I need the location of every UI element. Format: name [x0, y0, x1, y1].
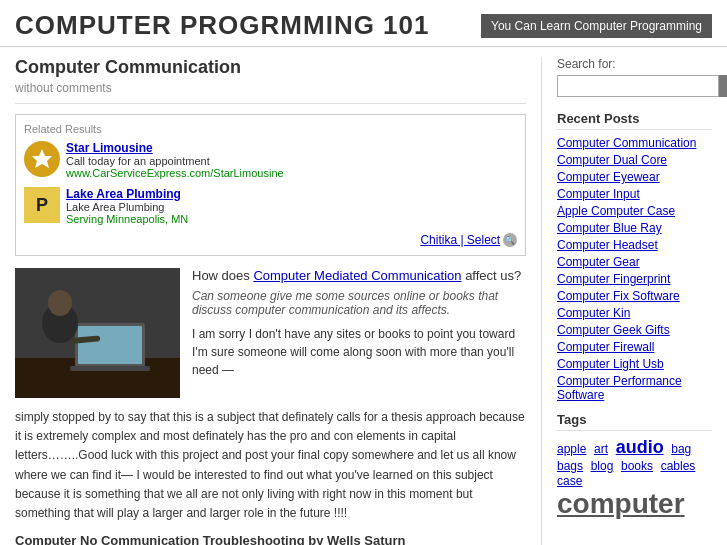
- recent-post-link[interactable]: Computer Performance Software: [557, 374, 712, 402]
- svg-marker-0: [32, 149, 52, 168]
- svg-rect-4: [78, 326, 142, 364]
- recent-post-link[interactable]: Computer Light Usb: [557, 357, 712, 371]
- recent-posts-list: Computer CommunicationComputer Dual Core…: [557, 136, 712, 402]
- recent-post-link[interactable]: Computer Headset: [557, 238, 712, 252]
- tag-link[interactable]: books: [621, 459, 653, 473]
- site-title: COMPUTER PROGRMMING 101: [15, 10, 430, 41]
- page-layout: Computer Communication without comments …: [0, 47, 727, 545]
- article-body-short: I am sorry I don't have any sites or boo…: [192, 325, 526, 379]
- main-content: Computer Communication without comments …: [0, 57, 542, 545]
- ad-item-lake-plumbing: P Lake Area Plumbing Lake Area Plumbing …: [24, 187, 517, 225]
- recent-post-link[interactable]: Computer Eyewear: [557, 170, 712, 184]
- page-header: COMPUTER PROGRMMING 101 You Can Learn Co…: [0, 0, 727, 47]
- ad-desc-star-limo: Call today for an appointment: [66, 155, 517, 167]
- ad-search-icon[interactable]: 🔍: [503, 233, 517, 247]
- article-image: [15, 268, 180, 398]
- ad-box-title: Related Results: [24, 123, 517, 135]
- recent-post-link[interactable]: Computer Kin: [557, 306, 712, 320]
- tag-link[interactable]: bags: [557, 459, 583, 473]
- recent-post-link[interactable]: Computer Blue Ray: [557, 221, 712, 235]
- sidebar-search-label: Search for:: [557, 57, 712, 71]
- tag-link[interactable]: apple: [557, 442, 586, 456]
- article-italic: Can someone give me some sources online …: [192, 289, 526, 317]
- recent-post-link[interactable]: Computer Geek Gifts: [557, 323, 712, 337]
- ad-name-lake-plumbing[interactable]: Lake Area Plumbing: [66, 187, 517, 201]
- recent-post-link[interactable]: Apple Computer Case: [557, 204, 712, 218]
- ad-content-star-limo: Star Limousine Call today for an appoint…: [66, 141, 517, 179]
- search-button[interactable]: Search: [719, 75, 727, 97]
- recent-post-link[interactable]: Computer Dual Core: [557, 153, 712, 167]
- tag-link[interactable]: computer: [557, 488, 685, 519]
- tags-section: Tags apple art audio bag bags blog books…: [557, 412, 712, 520]
- ad-footer: Chitika | Select 🔍: [24, 233, 517, 247]
- search-input[interactable]: [557, 75, 719, 97]
- ad-url-star-limo[interactable]: www.CarServiceExpress.com/StarLimousine: [66, 167, 517, 179]
- article-body-full: simply stopped by to say that this is a …: [15, 408, 526, 523]
- recent-post-link[interactable]: Computer Fingerprint: [557, 272, 712, 286]
- recent-post-link[interactable]: Computer Fix Software: [557, 289, 712, 303]
- tag-link[interactable]: case: [557, 474, 582, 488]
- recent-post-link[interactable]: Computer Gear: [557, 255, 712, 269]
- tags-container: apple art audio bag bags blog books cabl…: [557, 437, 712, 520]
- recent-post-link[interactable]: Computer Input: [557, 187, 712, 201]
- article-area: How does Computer Mediated Communication…: [15, 268, 526, 398]
- sidebar: Search for: Search Recent Posts Computer…: [542, 57, 727, 545]
- svg-point-7: [48, 290, 72, 316]
- tag-link[interactable]: bag: [671, 442, 691, 456]
- sidebar-search-row: Search: [557, 75, 712, 97]
- article-question: How does Computer Mediated Communication…: [192, 268, 526, 283]
- tag-link[interactable]: cables: [661, 459, 696, 473]
- tag-link[interactable]: art: [594, 442, 608, 456]
- ad-icon-star-limo: [24, 141, 60, 177]
- next-post-title[interactable]: Computer No Communication Troubleshootin…: [15, 533, 526, 545]
- ad-icon-lake-plumbing: P: [24, 187, 60, 223]
- article-question-link[interactable]: Computer Mediated Communication: [253, 268, 461, 283]
- tags-title: Tags: [557, 412, 712, 431]
- post-meta-divider: [15, 103, 526, 104]
- ad-item-star-limo: Star Limousine Call today for an appoint…: [24, 141, 517, 179]
- ad-location-lake-plumbing: Serving Minneapolis, MN: [66, 213, 517, 225]
- post-meta: without comments: [15, 81, 526, 95]
- recent-post-link[interactable]: Computer Firewall: [557, 340, 712, 354]
- header-cta-button[interactable]: You Can Learn Computer Programming: [481, 14, 712, 38]
- ad-name-star-limo[interactable]: Star Limousine: [66, 141, 517, 155]
- ad-desc-lake-plumbing: Lake Area Plumbing: [66, 201, 517, 213]
- ad-content-lake-plumbing: Lake Area Plumbing Lake Area Plumbing Se…: [66, 187, 517, 225]
- svg-rect-5: [70, 366, 150, 371]
- tag-link[interactable]: blog: [591, 459, 614, 473]
- recent-posts-title: Recent Posts: [557, 111, 712, 130]
- ad-box: Related Results Star Limousine Call toda…: [15, 114, 526, 256]
- ad-footer-link[interactable]: Chitika | Select: [420, 233, 500, 247]
- article-text: How does Computer Mediated Communication…: [192, 268, 526, 398]
- recent-post-link[interactable]: Computer Communication: [557, 136, 712, 150]
- post-title: Computer Communication: [15, 57, 526, 78]
- tag-link[interactable]: audio: [616, 437, 664, 457]
